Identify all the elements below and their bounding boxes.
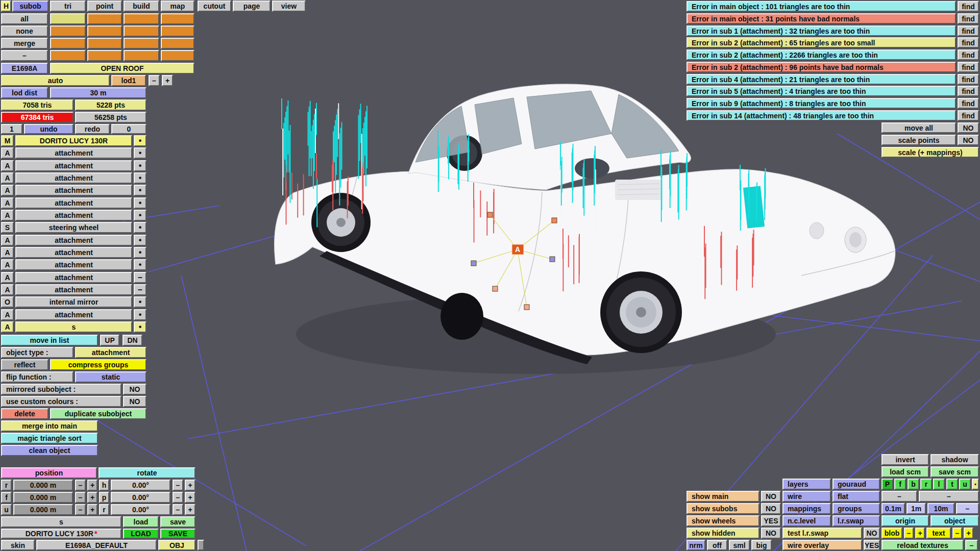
shadow-button[interactable]: shadow [930, 454, 979, 465]
menu-tab-subob[interactable]: subob [12, 1, 48, 12]
subobject-type[interactable]: A [1, 259, 14, 270]
layers-button[interactable]: layers [782, 479, 831, 490]
obj-export-button[interactable]: OBJ [158, 540, 195, 550]
clean-object-button[interactable]: clean object [1, 445, 98, 456]
move-all-toggle[interactable]: NO [958, 122, 979, 133]
subobject-type[interactable]: A [1, 197, 14, 209]
subobject-row-main[interactable]: DORITO LUCY 130R [15, 135, 132, 146]
error-find-button[interactable]: find [958, 37, 979, 48]
subobject-visibility-toggle[interactable]: • [134, 185, 146, 196]
channel-dot-toggle[interactable]: • [972, 479, 979, 490]
selection-grid-cell[interactable] [124, 13, 159, 24]
position-f-value[interactable]: 0.000 m [13, 492, 73, 503]
lod-minus-button[interactable]: – [149, 75, 160, 86]
position-f-plus-button[interactable]: + [87, 492, 97, 503]
nrm-big-button[interactable]: big [751, 540, 772, 550]
blob-minus-button[interactable]: – [904, 528, 914, 539]
display-dash-button[interactable]: – [919, 491, 979, 502]
grid-1m-button[interactable]: 1m [906, 503, 926, 514]
lod-current[interactable]: lod1 [111, 75, 146, 86]
model-load-button[interactable]: LOAD [123, 529, 159, 539]
subobject-type[interactable]: O [1, 296, 14, 308]
transform-save-button[interactable]: save [160, 516, 195, 528]
corner-blank-button[interactable] [198, 540, 204, 550]
reload-textures-dash-button[interactable]: – [965, 540, 978, 550]
mirrored-subobject-toggle[interactable]: NO [123, 384, 146, 395]
flat-button[interactable]: flat [832, 491, 880, 502]
subobject-row[interactable]: attachment [15, 210, 132, 221]
subobject-visibility-toggle[interactable]: • [134, 296, 146, 308]
subobject-row[interactable]: attachment [15, 172, 132, 184]
menu-tab-map[interactable]: map [161, 1, 194, 12]
subobject-type[interactable]: A [1, 185, 14, 196]
subobject-visibility-toggle[interactable]: • [134, 135, 146, 146]
object-type-value[interactable]: attachment [75, 347, 146, 358]
custom-colours-toggle[interactable]: NO [123, 396, 146, 407]
display-dash-button[interactable]: – [881, 491, 917, 502]
rotate-r-value[interactable]: 0.00° [111, 504, 170, 515]
selection-grid-cell[interactable] [161, 26, 194, 37]
blob-button[interactable]: blob [881, 528, 902, 539]
show-hidden-toggle[interactable]: NO [761, 528, 781, 539]
selected-attachment-badge[interactable]: A [512, 244, 524, 255]
channel-l-toggle[interactable]: l [933, 479, 945, 490]
show-subobs-toggle[interactable]: NO [761, 503, 781, 514]
rotate-p-value[interactable]: 0.00° [111, 492, 170, 503]
subobject-type[interactable]: A [1, 284, 14, 295]
redo-button[interactable]: redo [75, 124, 110, 134]
invert-button[interactable]: invert [881, 454, 929, 465]
duplicate-subobject-button[interactable]: duplicate subobject [50, 408, 146, 419]
compress-groups-button[interactable]: compress groups [50, 359, 146, 370]
merge-into-main-button[interactable]: merge into main [1, 420, 98, 432]
subobject-row[interactable]: attachment [15, 197, 132, 209]
position-u-value[interactable]: 0.000 m [13, 504, 73, 515]
selection-grid-cell[interactable] [87, 13, 122, 24]
selection-grid-cell[interactable] [87, 50, 122, 61]
position-u-minus-button[interactable]: – [75, 504, 86, 515]
subobject-type[interactable]: A [1, 235, 14, 246]
subobject-visibility-toggle[interactable]: • [134, 321, 146, 333]
subobject-type[interactable]: A [1, 321, 14, 333]
error-find-button[interactable]: find [958, 74, 979, 85]
undo-button[interactable]: undo [24, 124, 74, 134]
text-plus-button[interactable]: + [964, 528, 973, 539]
subobject-visibility-toggle[interactable]: – [134, 272, 146, 283]
menu-tab-build[interactable]: build [124, 1, 159, 12]
subobject-visibility-toggle[interactable]: • [134, 172, 146, 184]
menu-h-button[interactable]: H [1, 1, 11, 12]
error-find-button[interactable]: find [958, 62, 979, 72]
text-button[interactable]: text [926, 528, 951, 539]
subobject-type[interactable]: A [1, 309, 14, 320]
subobject-visibility-toggle[interactable]: • [134, 160, 146, 171]
grid-10m-button[interactable]: 10m [927, 503, 954, 514]
menu-tab-tri[interactable]: tri [50, 1, 86, 12]
selection-grid-cell[interactable] [124, 26, 159, 37]
model-code[interactable]: E1698A [1, 63, 48, 74]
blob-plus-button[interactable]: + [915, 528, 925, 539]
lr-swap-button[interactable]: l.r.swap [832, 515, 880, 527]
rotate-p-plus-button[interactable]: + [185, 492, 195, 503]
wire-button[interactable]: wire [782, 491, 831, 502]
transform-set-name[interactable]: s [1, 516, 121, 528]
menu-tab-view[interactable]: view [272, 1, 306, 12]
subobject-row[interactable]: attachment [15, 272, 132, 283]
channel-u-toggle[interactable]: u [959, 479, 971, 490]
nrm-sml-button[interactable]: sml [729, 540, 750, 550]
subobject-visibility-toggle[interactable]: • [134, 247, 146, 258]
rotate-h-plus-button[interactable]: + [185, 480, 195, 491]
show-main-toggle[interactable]: NO [761, 491, 781, 502]
lod-auto-button[interactable]: auto [1, 75, 110, 86]
subobject-visibility-toggle[interactable]: • [134, 210, 146, 221]
nrm-off-button[interactable]: off [707, 540, 727, 550]
position-r-plus-button[interactable]: + [87, 480, 97, 491]
text-minus-button[interactable]: – [952, 528, 962, 539]
lod-dist-value[interactable]: 30 m [50, 87, 146, 98]
subobject-row[interactable]: attachment [15, 147, 132, 159]
rotate-r-minus-button[interactable]: – [173, 504, 183, 515]
subobject-type[interactable]: A [1, 172, 14, 184]
channel-b-toggle[interactable]: b [908, 479, 919, 490]
channel-r-toggle[interactable]: r [920, 479, 932, 490]
selection-grid-cell[interactable] [161, 13, 194, 24]
select-merge-button[interactable]: merge [1, 38, 48, 49]
rotate-p-minus-button[interactable]: – [173, 492, 183, 503]
